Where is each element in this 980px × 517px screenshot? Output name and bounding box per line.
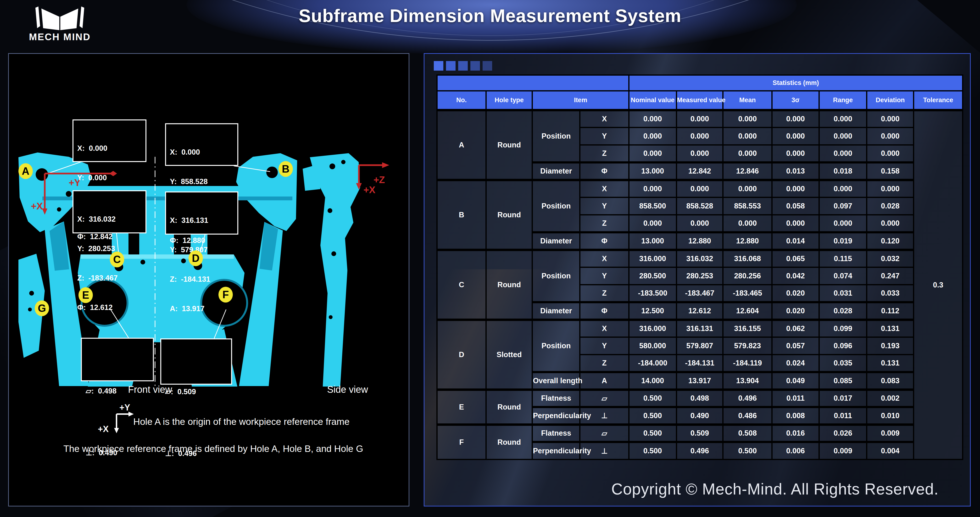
hole-g — [29, 291, 34, 295]
table-cell: 0.004 — [867, 442, 914, 460]
table-group-header-row: Statistics (mm) — [437, 75, 963, 91]
table-cell: 0.000 — [676, 145, 723, 163]
callout-hole-b: X: 0.000 Y: 858.528 Z: 0.000 Φ: 12.880 — [165, 123, 238, 166]
table-cell: 0.019 — [819, 232, 867, 250]
table-cell: 13.917 — [676, 372, 723, 390]
table-cell: 316.000 — [629, 250, 676, 267]
table-cell: Position — [532, 180, 580, 232]
table-cell: 579.823 — [723, 337, 772, 355]
front-view-label: Front view — [128, 384, 172, 395]
callout-line: Y: 579.807 — [170, 245, 237, 255]
table-cell: 0.120 — [867, 232, 914, 250]
group-header-blank — [437, 75, 629, 91]
subframe-side-view — [303, 153, 360, 386]
side-view-axes: +Z +X — [356, 162, 389, 195]
table-cell: 0.000 — [772, 145, 819, 163]
table-cell: 0.099 — [819, 320, 867, 337]
table-cell: Diameter — [532, 302, 580, 320]
table-cell: 0.500 — [723, 442, 772, 460]
table-cell: A — [580, 372, 629, 390]
table-cell: 0.074 — [819, 267, 867, 285]
hole-a — [36, 168, 48, 181]
callout-line: X: 0.000 — [170, 147, 237, 157]
callout-line: A: 13.917 — [170, 304, 237, 314]
decoration-square — [483, 61, 492, 70]
table-cell: 12.880 — [723, 232, 772, 250]
table-row: ARoundPositionX0.0000.0000.0000.0000.000… — [437, 110, 963, 128]
table-cell: 0.020 — [772, 302, 819, 320]
col-header-range: Range — [819, 91, 867, 110]
table-cell: 0.131 — [867, 355, 914, 372]
logo-text: MECH MIND — [20, 32, 99, 42]
table-cell: 0.000 — [629, 128, 676, 145]
table-cell: 14.000 — [629, 372, 676, 390]
table-cell: Y — [580, 128, 629, 145]
table-cell: 0.097 — [819, 198, 867, 215]
table-cell: 0.013 — [772, 163, 819, 180]
table-cell: 12.842 — [676, 163, 723, 180]
table-cell: 0.014 — [772, 232, 819, 250]
table-cell: Position — [532, 250, 580, 302]
table-cell: ▱ — [580, 424, 629, 442]
table-cell: 0.085 — [819, 372, 867, 390]
hole-b — [266, 167, 278, 178]
hole-label-f: F — [218, 287, 233, 303]
col-header-mean: Mean — [723, 91, 772, 110]
table-cell: 0.000 — [629, 180, 676, 198]
table-cell: C — [437, 250, 486, 320]
table-cell: -184.000 — [629, 355, 676, 372]
decoration-square — [446, 61, 455, 70]
table-cell: 0.024 — [772, 355, 819, 372]
table-cell: Flatness — [532, 424, 580, 442]
table-row: DSlottedPositionX316.000316.131316.1550.… — [437, 320, 963, 337]
table-cell: Overall length — [532, 372, 580, 390]
table-cell: 0.017 — [819, 390, 867, 407]
table-cell: 280.256 — [723, 267, 772, 285]
table-cell: 0.000 — [772, 128, 819, 145]
hole-label-d: D — [189, 251, 203, 266]
table-cell: 12.612 — [676, 302, 723, 320]
measurement-table: Statistics (mm) No. Hole type Item Nomin… — [436, 75, 963, 460]
callout-line: Z: -183.467 — [77, 273, 145, 283]
table-cell: Diameter — [532, 232, 580, 250]
table-cell: Flatness — [532, 390, 580, 407]
table-cell: 0.000 — [819, 145, 867, 163]
table-cell: 280.500 — [629, 267, 676, 285]
table-cell: 0.000 — [723, 110, 772, 128]
copyright-text: Copyright © Mech-Mind. All Rights Reserv… — [611, 480, 939, 498]
table-cell: 0.032 — [867, 250, 914, 267]
table-cell: X — [580, 180, 629, 198]
table-cell: Φ — [580, 302, 629, 320]
table-cell: 0.496 — [723, 390, 772, 407]
table-cell: 316.155 — [723, 320, 772, 337]
callout-line: X: 0.000 — [77, 144, 145, 153]
table-cell: 0.3 — [914, 110, 963, 460]
table-cell: Perpendicularity — [532, 407, 580, 424]
table-cell: 0.500 — [629, 442, 676, 460]
table-cell: 0.000 — [867, 110, 914, 128]
table-row: ERoundFlatness▱0.5000.4980.4960.0110.017… — [437, 390, 963, 407]
table-cell: Z — [580, 215, 629, 232]
table-cell: 0.000 — [629, 110, 676, 128]
table-row: BRoundPositionX0.0000.0000.0000.0000.000… — [437, 180, 963, 198]
table-cell: Z — [580, 285, 629, 302]
table-cell: 0.000 — [819, 215, 867, 232]
table-cell: 0.009 — [819, 442, 867, 460]
table-cell: 0.500 — [629, 424, 676, 442]
table-cell: 316.032 — [676, 250, 723, 267]
table-cell: 0.000 — [723, 215, 772, 232]
table-cell: Φ — [580, 232, 629, 250]
table-cell: 0.000 — [676, 110, 723, 128]
table-cell: 0.000 — [723, 180, 772, 198]
table-cell: Round — [486, 390, 532, 424]
table-cell: F — [437, 424, 486, 460]
table-cell: 0.112 — [867, 302, 914, 320]
table-cell: 0.096 — [819, 337, 867, 355]
table-cell: 0.193 — [867, 337, 914, 355]
hole-label-e: E — [78, 287, 93, 303]
table-cell: 858.500 — [629, 198, 676, 215]
table-cell: E — [437, 390, 486, 424]
col-header-deviation: Deviation — [867, 91, 914, 110]
table-cell: -184.119 — [723, 355, 772, 372]
table-cell: D — [437, 320, 486, 390]
